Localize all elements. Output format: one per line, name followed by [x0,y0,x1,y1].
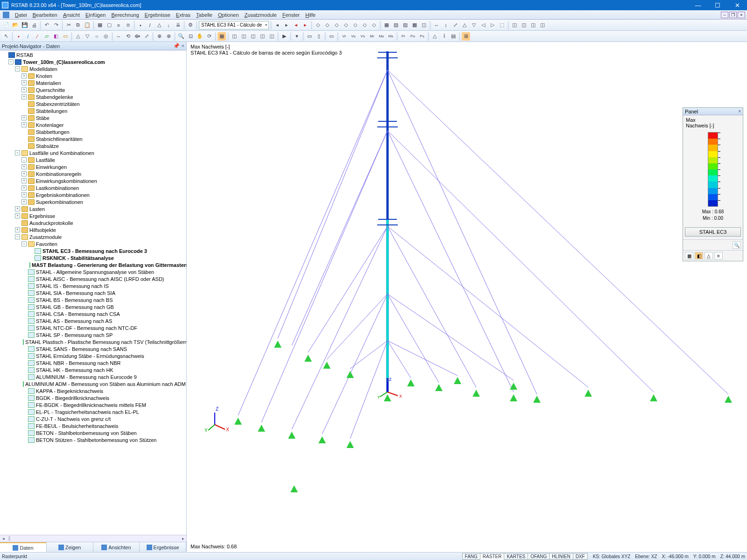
t2-res3[interactable]: ◫ [249,32,257,41]
tree-item[interactable]: ALUMINIUM ADM - Bemessung von Stäben aus… [0,380,186,387]
panel-tool-2[interactable]: ◧ [695,252,703,259]
tree-item[interactable]: STAHL SANS - Bemessung nach SANS [0,345,186,352]
tree-item[interactable]: STAHL Plastisch - Plastische Bemessung n… [0,338,186,345]
panel-b[interactable]: ◫ [520,21,528,29]
tree-item[interactable]: STAHL HK - Bemessung nach HK [0,366,186,373]
tree-item[interactable]: STAHL NBR - Bemessung nach NBR [0,359,186,366]
tree-item[interactable]: STAHL IS - Bemessung nach IS [0,282,186,289]
menu-ergebnisse[interactable]: Ergebnisse [142,11,173,19]
render-4[interactable]: ▩ [410,21,419,29]
t2-w1[interactable]: ▭ [327,32,336,41]
tree-item[interactable]: BETON Stützen - Stahlbetonbemessung von … [0,436,186,443]
tree-item[interactable]: FE-BGDK - Biegedrillknicknachweis mittel… [0,401,186,408]
tree-item[interactable]: +Kombinationsregeln [0,170,186,177]
menu-tabelle[interactable]: Tabelle [193,11,215,19]
tool-list[interactable]: ≡ [114,21,123,29]
tree-item[interactable]: MAST Belastung - Generierung der Belastu… [0,261,186,268]
tree-item[interactable]: −Tower_100m_(C)lassereolica.com [0,58,186,65]
nav-tab-zeigen[interactable]: Zeigen [47,542,93,552]
view-z[interactable]: ◇ [342,21,350,29]
tool-node[interactable]: • [136,21,145,29]
tree-item[interactable]: STAHL Ermüdung Stäbe - Ermüdungsnachweis [0,352,186,359]
menu-zusatzmodule[interactable]: Zusatzmodule [242,11,280,19]
t2-res2[interactable]: ◫ [240,32,248,41]
tree-item[interactable]: STAHL GB - Bemessung nach GB [0,303,186,310]
tree-item[interactable]: ALUMINIUM - Bemessung nach Eurocode 9 [0,373,186,380]
render-5[interactable]: ◫ [420,21,428,29]
tree-item[interactable]: STAHL AISC - Bemessung nach AISC (LRFD o… [0,275,186,282]
panel-tool-3[interactable]: △ [705,252,713,259]
nav-first[interactable]: ◂ [273,21,282,29]
dim-1[interactable]: ↔ [432,21,441,29]
tree-item[interactable]: −Favoriten [0,240,186,247]
dim-2[interactable]: ↕ [442,21,450,29]
dim-6[interactable]: ◁ [479,21,487,29]
menu-datei[interactable]: Datei [12,11,30,19]
tree-item[interactable]: +Materialien [0,79,186,86]
t2-mirror[interactable]: ⟴ [133,32,141,41]
tree-item[interactable]: KAPPA - Biegeknicknachweis [0,387,186,394]
tool-filter[interactable]: ⧈ [124,21,132,29]
tree-item[interactable]: STAHL EC3 - Bemessung nach Eurocode 3 [0,247,186,254]
view-iso[interactable]: ◇ [314,21,322,29]
tool-member[interactable]: / [146,21,154,29]
t2-opening[interactable]: ▭ [61,32,70,41]
nav-nextres[interactable]: ▸ [301,21,310,29]
menu-einfügen[interactable]: Einfügen [83,11,108,19]
t2-win1[interactable]: ▭ [305,32,314,41]
tree-item[interactable]: Stabbettungen [0,128,186,135]
view-yz[interactable]: ◇ [370,21,378,29]
status-tab-ofang[interactable]: OFANG [528,553,550,560]
nav-pin-icon[interactable]: 📌 [173,43,180,49]
panel-a[interactable]: ◫ [510,21,519,29]
tree-item[interactable]: +Knoten [0,72,186,79]
t2-f5[interactable]: Mu [377,32,386,41]
menu-hilfe[interactable]: Hilfe [303,11,318,19]
t2-conn[interactable]: ⊕ [155,32,163,41]
t2-res5[interactable]: ◫ [268,32,276,41]
t2-table[interactable]: ⊞ [462,32,470,41]
status-tab-raster[interactable]: RASTER [480,553,505,560]
tree-item[interactable]: +Stabendgelenke [0,93,186,100]
tree-item[interactable]: RSTAB [0,51,186,58]
dim-8[interactable]: ⬚ [498,21,506,29]
close-button[interactable]: ✕ [727,0,747,10]
panel-d[interactable]: ◫ [538,21,547,29]
panel-tool-4[interactable]: ≡ [714,252,723,259]
tree-item[interactable]: +Ergebniskombinationen [0,191,186,198]
tool-save[interactable]: 💾 [21,21,29,29]
view-y[interactable]: ◇ [332,21,341,29]
view-x[interactable]: ◇ [323,21,331,29]
t2-node[interactable]: • [14,32,23,41]
t2-pan[interactable]: ✋ [196,32,204,41]
tree-item[interactable]: BGDK - Biegedrillknicknachweis [0,394,186,401]
tree-item[interactable]: −Lastfälle und Kombinationen [0,149,186,156]
tool-load2[interactable]: ⇊ [174,21,182,29]
t2-anim[interactable]: ▶ [280,32,289,41]
tool-snap[interactable]: ▢ [105,21,113,29]
menu-ansicht[interactable]: Ansicht [60,11,83,19]
dim-5[interactable]: ▽ [470,21,478,29]
mdi-restore[interactable]: ❐ [729,12,737,18]
t2-show1[interactable]: ▦ [218,32,226,41]
t2-win2[interactable]: ▯ [315,32,323,41]
mdi-close[interactable]: × [738,12,745,18]
t2-hinge[interactable]: ○ [92,32,101,41]
t2-res1[interactable]: ◫ [230,32,239,41]
mdi-minimize[interactable]: – [721,12,728,18]
render-1[interactable]: ▦ [382,21,391,29]
menu-optionen[interactable]: Optionen [215,11,242,19]
tool-new[interactable]: 📄 [2,21,10,29]
tree-item[interactable]: +Lasten [0,205,186,212]
tool-cut[interactable]: ✂ [64,21,73,29]
tool-undo[interactable]: ↶ [42,21,51,29]
tool-redo[interactable]: ↷ [52,21,60,29]
tree-item[interactable]: STAHL - Allgemeine Spannungsanalyse von … [0,268,186,275]
t2-rotate[interactable]: ⟲ [124,32,132,41]
t2-f2[interactable]: Vu [349,32,358,41]
view-xz[interactable]: ◇ [360,21,369,29]
panel-c[interactable]: ◫ [529,21,537,29]
tree-item[interactable]: FE-BEUL - Beulsicherheitsnachweis [0,422,186,429]
tree-item[interactable]: +Lastkombinationen [0,184,186,191]
dim-4[interactable]: △ [460,21,469,29]
